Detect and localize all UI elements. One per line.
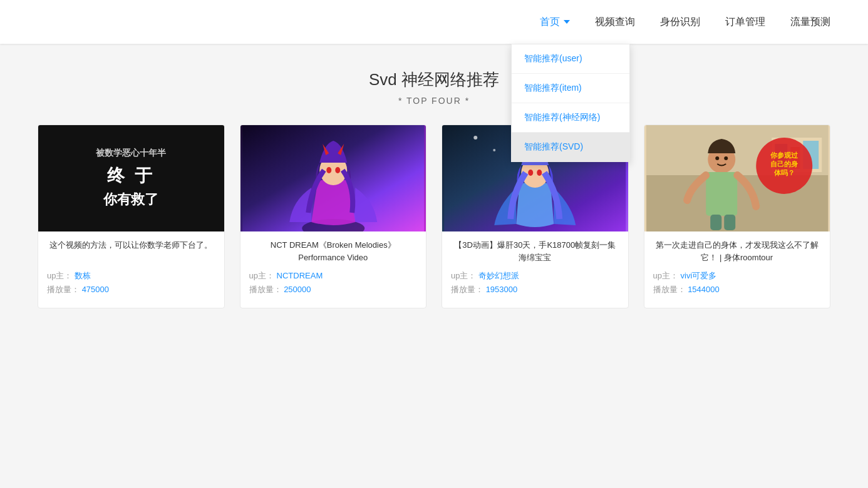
- svg-point-7: [473, 136, 477, 140]
- svg-point-3: [326, 167, 331, 173]
- card-4-up: up主： vivi可爱多: [653, 270, 822, 282]
- card-1-up: up主： 数栋: [47, 270, 215, 282]
- main-content: Svd 神经网络推荐 * TOP FOUR * 被数学恶心十年半 终 于 你有救…: [0, 44, 868, 333]
- dropdown-item-svd[interactable]: 智能推荐(SVD): [512, 133, 629, 161]
- nav-home[interactable]: 首页: [540, 16, 570, 29]
- thumb-text-3: 你有救了: [103, 190, 158, 209]
- dropdown-item-nn[interactable]: 智能推荐(神经网络): [512, 103, 629, 133]
- page-title-section: Svd 神经网络推荐 * TOP FOUR *: [38, 69, 830, 106]
- svg-point-25: [724, 156, 728, 160]
- nav-home-label: 首页: [540, 16, 560, 29]
- thumb-text-1: 被数学恶心十年半: [96, 148, 166, 159]
- card-4-play: 播放量： 1544000: [653, 284, 822, 295]
- dropdown-item-user[interactable]: 智能推荐(user): [512, 44, 629, 74]
- card-4-thumbnail: 你参观过 自己的身 体吗？: [644, 125, 830, 231]
- nav-video-query[interactable]: 视频查询: [595, 16, 635, 29]
- thumb-text-2: 终 于: [107, 164, 155, 188]
- card-3-body: 【3D动画】爆肝30天，手K18700帧复刻一集海绵宝宝 up主： 奇妙幻想派 …: [442, 231, 628, 295]
- card-3-up: up主： 奇妙幻想派: [451, 270, 619, 282]
- svg-point-11: [528, 170, 533, 176]
- card-1-thumbnail: 被数学恶心十年半 终 于 你有救了: [38, 125, 224, 231]
- chevron-down-icon: [564, 20, 570, 24]
- card-1-title: 这个视频的方法，可以让你数学老师下台了。: [47, 239, 215, 264]
- nav-traffic[interactable]: 流量预测: [790, 16, 830, 29]
- svg-rect-23: [724, 215, 735, 230]
- card-2-thumbnail: [240, 125, 426, 231]
- page-title: Svd 神经网络推荐: [38, 69, 830, 91]
- card-2-body: NCT DREAM《Broken Melodies》Performance Vi…: [240, 231, 426, 295]
- svg-text:体吗？: 体吗？: [773, 169, 794, 176]
- card-2-play: 播放量： 250000: [249, 284, 418, 295]
- card-2-svg: [240, 125, 426, 231]
- svg-rect-22: [710, 215, 721, 230]
- header: 首页 视频查询 身份识别 订单管理 流量预测 智能推荐(user) 智能推荐(i…: [0, 0, 868, 44]
- nav-identity[interactable]: 身份识别: [660, 16, 700, 29]
- card-1-body: 这个视频的方法，可以让你数学老师下台了。 up主： 数栋 播放量： 475000: [38, 231, 224, 295]
- card-3-title: 【3D动画】爆肝30天，手K18700帧复刻一集海绵宝宝: [451, 239, 619, 264]
- svg-text:自己的身: 自己的身: [770, 160, 798, 168]
- svg-text:你参观过: 你参观过: [770, 151, 798, 159]
- svg-point-24: [715, 156, 719, 160]
- card-2-title: NCT DREAM《Broken Melodies》Performance Vi…: [249, 239, 418, 264]
- svg-point-12: [537, 170, 542, 176]
- svg-point-8: [493, 149, 495, 151]
- card-1-play: 播放量： 475000: [47, 284, 215, 295]
- svg-point-4: [335, 167, 340, 173]
- card-4-title: 第一次走进自己的身体，才发现我这么不了解它！ | 身体roomtour: [653, 239, 822, 264]
- card-4[interactable]: 你参观过 自己的身 体吗？ 第一次走进自己的身体，才发现我这么不了解它！ | 身…: [644, 125, 831, 308]
- dropdown-menu: 智能推荐(user) 智能推荐(item) 智能推荐(神经网络) 智能推荐(SV…: [511, 44, 630, 162]
- svg-rect-21: [706, 172, 737, 216]
- top-four-label: * TOP FOUR *: [38, 96, 830, 106]
- card-4-body: 第一次走进自己的身体，才发现我这么不了解它！ | 身体roomtour up主：…: [644, 231, 830, 295]
- cards-grid: 被数学恶心十年半 终 于 你有救了 这个视频的方法，可以让你数学老师下台了。 u…: [38, 125, 830, 308]
- nav-orders[interactable]: 订单管理: [725, 16, 765, 29]
- card-1[interactable]: 被数学恶心十年半 终 于 你有救了 这个视频的方法，可以让你数学老师下台了。 u…: [38, 125, 225, 308]
- navigation: 首页 视频查询 身份识别 订单管理 流量预测: [540, 16, 830, 29]
- card-2-up: up主： NCTDREAM: [249, 270, 418, 282]
- card-3-play: 播放量： 1953000: [451, 284, 619, 295]
- dropdown-item-item[interactable]: 智能推荐(item): [512, 74, 629, 103]
- card-2[interactable]: NCT DREAM《Broken Melodies》Performance Vi…: [240, 125, 427, 308]
- card-4-svg: 你参观过 自己的身 体吗？: [644, 125, 830, 231]
